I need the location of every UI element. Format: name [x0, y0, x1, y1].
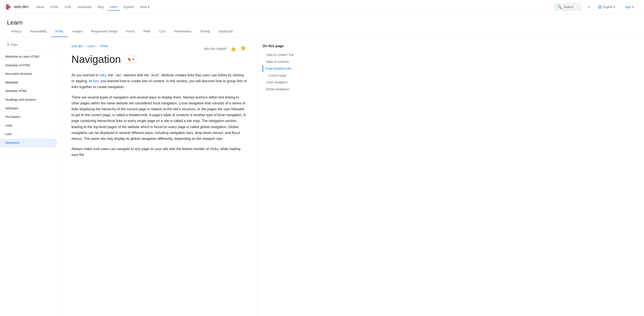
toc-item-skip-to-content[interactable]: "Skip to content" link [262, 51, 313, 58]
nav-learn[interactable]: Learn [107, 3, 120, 11]
sidebar-collapse-button[interactable]: ‹ [57, 313, 61, 316]
nav-css[interactable]: CSS [62, 3, 74, 10]
category-tabs: Privacy Accessibility HTML Images Respon… [0, 26, 644, 37]
helpful-area: Was this helpful? 👍 👎 [204, 45, 246, 52]
link-links[interactable]: links [99, 73, 106, 77]
breadcrumb: web.dev › Learn › HTML [72, 44, 108, 48]
tab-performance[interactable]: Performance [170, 26, 196, 37]
sidebar-item-overview[interactable]: Overview of HTML [0, 61, 61, 70]
tab-css[interactable]: CSS [155, 26, 170, 37]
sidebar-item-document-structure[interactable]: Document structure [0, 70, 61, 78]
logo-icon [5, 3, 12, 10]
chevron-left-icon: ‹ [60, 314, 61, 316]
tab-responsive-design[interactable]: Responsive Design [87, 26, 122, 37]
search-icon: 🔍 [557, 4, 562, 9]
sign-in-button[interactable]: Sign in [620, 3, 639, 11]
paragraph-1: As you learned in links, the <a> element… [72, 72, 246, 90]
breadcrumb-separator-1: › [84, 44, 86, 48]
tab-images[interactable]: Images [68, 26, 87, 37]
toc-item-current-page[interactable]: Current page [262, 72, 313, 79]
tab-pwa[interactable]: PWA [139, 26, 155, 37]
nav-explore[interactable]: Explore [121, 3, 136, 10]
language-selector[interactable]: 🌐 English ▾ [596, 3, 618, 10]
nav-html[interactable]: HTML [48, 3, 62, 10]
main-layout: ≡ Filter Welcome to Learn HTML! Overview… [0, 37, 644, 316]
sidebar-item-metadata[interactable]: Metadata [0, 78, 61, 87]
bookmark-icon: 🔖 [127, 57, 132, 61]
breadcrumb-html[interactable]: HTML [100, 44, 108, 48]
filter-label: Filter [11, 43, 18, 46]
logo[interactable]: web.dev [5, 3, 28, 10]
nav-javascript[interactable]: JavaScript [75, 3, 94, 10]
filter-bar[interactable]: ≡ Filter [4, 41, 57, 51]
content-area: web.dev › Learn › HTML Was this helpful?… [61, 37, 257, 316]
chevron-down-icon: ▾ [148, 5, 150, 9]
logo-text: web.dev [14, 4, 28, 9]
left-sidebar: ≡ Filter Welcome to Learn HTML! Overview… [0, 37, 61, 316]
tab-accessibility[interactable]: Accessibility [26, 26, 51, 37]
sidebar-item-text-basics[interactable]: Text basics [0, 113, 61, 121]
nav-blog[interactable]: Blog [95, 3, 106, 10]
top-navigation: web.dev About HTML CSS JavaScript Blog L… [0, 0, 644, 14]
search-shortcut: / [575, 5, 578, 9]
tab-html[interactable]: HTML [51, 26, 68, 37]
content-body: As you learned in links, the <a> element… [72, 72, 246, 158]
tab-javascript[interactable]: JavaScript [214, 26, 237, 37]
tab-forms[interactable]: Forms [122, 26, 139, 37]
tab-testing[interactable]: Testing [196, 26, 214, 37]
toc-item-global-navigation[interactable]: Global navigation [262, 86, 313, 93]
breadcrumb-learn[interactable]: Learn [87, 44, 95, 48]
page-title: Navigation [72, 53, 121, 65]
link-lists[interactable]: lists [93, 79, 99, 83]
page-title-row: Navigation 🔖 ▾ [72, 53, 246, 65]
tab-privacy[interactable]: Privacy [7, 26, 26, 37]
chevron-down-icon: ▾ [614, 5, 615, 9]
helpful-label: Was this helpful? [204, 47, 227, 50]
thumbs-up-icon[interactable]: 👍 [230, 45, 237, 52]
code-href: href [150, 73, 160, 77]
sidebar-item-lists[interactable]: Lists [0, 130, 61, 139]
svg-marker-1 [6, 4, 9, 9]
theme-toggle-button[interactable]: ☀ [585, 3, 593, 10]
paragraph-3: Always make sure users can navigate to a… [72, 146, 246, 158]
toc-item-page-breadcrumbs[interactable]: Page breadcrumbs [262, 65, 313, 72]
sidebar-item-headings[interactable]: Headings and sections [0, 96, 61, 104]
paragraph-2: There are several types of navigation an… [72, 94, 246, 142]
bookmark-dropdown-arrow: ▾ [132, 57, 134, 61]
bookmark-button[interactable]: 🔖 ▾ [124, 55, 137, 63]
search-box[interactable]: 🔍 Search / [554, 3, 582, 11]
nav-more[interactable]: More ▾ [138, 3, 152, 10]
learn-header: Learn [0, 14, 644, 26]
globe-icon: 🌐 [598, 5, 602, 9]
on-this-page-title: On this page [262, 44, 313, 48]
sun-icon: ☀ [587, 5, 590, 9]
sidebar-item-attributes[interactable]: Attributes [0, 104, 61, 113]
breadcrumb-webdev[interactable]: web.dev [72, 44, 83, 48]
search-placeholder: Search [564, 5, 574, 9]
toc-item-table-of-contents[interactable]: Table of contents [262, 58, 313, 65]
sidebar-item-links[interactable]: Links [0, 121, 61, 130]
sidebar-item-navigation[interactable]: Navigation [0, 139, 57, 147]
sidebar-item-semantic-html[interactable]: Semantic HTML [0, 87, 61, 96]
code-a-tag: <a> [114, 73, 123, 77]
nav-right-actions: 🔍 Search / ☀ 🌐 English ▾ Sign in [554, 3, 639, 11]
right-sidebar: On this page "Skip to content" link Tabl… [257, 37, 318, 316]
nav-about[interactable]: About [34, 3, 47, 10]
toc-item-local-navigation[interactable]: Local navigation [262, 79, 313, 86]
breadcrumb-row: web.dev › Learn › HTML Was this helpful?… [72, 44, 246, 53]
nav-links: About HTML CSS JavaScript Blog Learn Exp… [34, 3, 552, 11]
thumbs-down-icon[interactable]: 👎 [240, 45, 246, 52]
filter-icon: ≡ [7, 42, 9, 47]
sidebar-item-welcome[interactable]: Welcome to Learn HTML! [0, 52, 61, 61]
breadcrumb-separator-2: › [97, 44, 98, 48]
